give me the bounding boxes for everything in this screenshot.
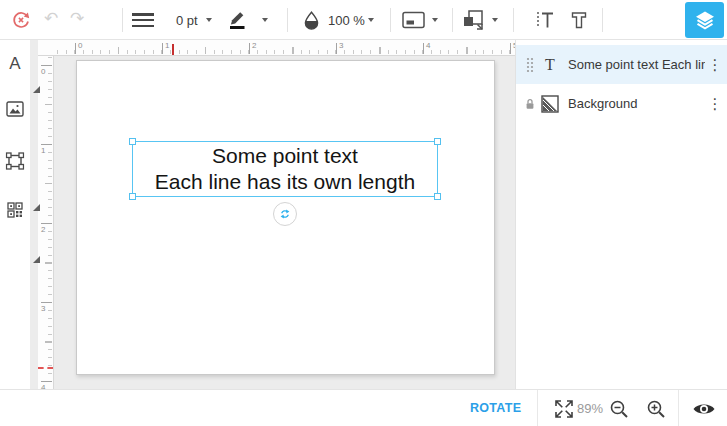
preview-button[interactable]	[691, 400, 716, 417]
layer-label[interactable]: Background	[568, 96, 705, 111]
undo-icon[interactable]: ↶	[44, 9, 58, 29]
ruler-label: 3	[339, 41, 343, 50]
scale-transform-icon	[460, 8, 486, 32]
text-selection-box[interactable]: Some point text Each line has its own le…	[132, 141, 438, 197]
toolbar-separator	[513, 8, 514, 32]
card-icon	[401, 11, 426, 29]
drag-handle-icon[interactable]	[523, 57, 537, 73]
stroke-width-dropdown-caret[interactable]	[206, 18, 212, 22]
image-icon	[6, 101, 24, 117]
opacity-droplet-icon	[302, 10, 321, 31]
transform-tool-button[interactable]	[6, 152, 25, 170]
ruler-label: 2	[252, 41, 256, 50]
card-settings-button[interactable]	[401, 11, 426, 29]
zoom-in-icon	[646, 399, 666, 419]
opacity-dropdown-caret[interactable]	[368, 18, 374, 22]
text-height-icon	[533, 9, 555, 31]
text-tool-button[interactable]: A	[9, 54, 20, 74]
lock-icon[interactable]	[523, 98, 537, 110]
flyout-triangle-icon[interactable]	[33, 204, 40, 211]
layers-panel: T Some point text Each lin... ⋮ Backgrou…	[515, 40, 727, 389]
stroke-color-dropdown-caret[interactable]	[262, 18, 268, 22]
toolbar-separator	[602, 8, 603, 32]
ruler-label: 1	[41, 146, 45, 155]
background-layer-icon	[541, 95, 559, 113]
flyout-triangle-icon[interactable]	[33, 86, 40, 93]
transform-frame-icon	[6, 152, 25, 170]
top-toolbar: ↶ ↷ 0 pt 100 %	[0, 0, 727, 40]
selection-handle-top-left[interactable]	[129, 138, 136, 145]
artboard-text-line2: Each line has its own length	[133, 169, 437, 195]
ruler-ticks	[75, 43, 515, 54]
fullscreen-icon	[553, 398, 575, 420]
layer-menu-icon[interactable]: ⋮	[705, 95, 725, 113]
rotate-arrows-icon	[277, 206, 293, 222]
artboard-text-line1: Some point text	[133, 143, 437, 169]
text-outline-icon	[568, 9, 590, 31]
toolbar-separator	[390, 8, 391, 32]
opacity-button[interactable]	[301, 9, 321, 31]
zoom-in-button[interactable]	[645, 398, 666, 419]
text-height-button[interactable]	[533, 9, 555, 31]
bottombar-separator	[537, 390, 538, 426]
layer-row-text[interactable]: T Some point text Each lin... ⋮	[516, 45, 727, 84]
rotate-button[interactable]: ROTATE	[470, 390, 521, 426]
canvas-area[interactable]: 0 1 2 3 4 5 0 1 2 3 4 Some point text	[30, 40, 515, 389]
reset-revert-icon	[11, 10, 31, 30]
ruler-cursor-marker	[38, 367, 53, 369]
layers-panel-toggle-button[interactable]	[685, 2, 724, 38]
ruler-label: 0	[41, 67, 45, 76]
toolbar-separator	[287, 8, 288, 32]
artboard-text[interactable]: Some point text Each line has its own le…	[133, 143, 437, 195]
selection-handle-bottom-left[interactable]	[129, 193, 136, 200]
stroke-width-icon[interactable]	[132, 13, 154, 27]
layers-icon	[693, 8, 717, 32]
text-tool-icon: A	[9, 54, 20, 74]
ruler-corner	[38, 40, 54, 56]
ruler-label: 0	[78, 41, 82, 50]
ruler-label: 3	[41, 304, 45, 313]
stroke-width-value[interactable]: 0 pt	[176, 13, 198, 28]
arrange-scale-button[interactable]	[459, 8, 486, 32]
text-layer-icon: T	[541, 56, 559, 74]
zoom-level-value[interactable]: 89%	[577, 390, 603, 426]
toolbar-separator	[122, 8, 123, 32]
horizontal-ruler: 0 1 2 3 4 5	[54, 40, 515, 56]
ruler-label: 1	[165, 41, 169, 50]
fit-to-screen-button[interactable]	[552, 397, 575, 420]
text-outline-button[interactable]	[568, 9, 590, 31]
artboard[interactable]: Some point text Each line has its own le…	[76, 60, 495, 375]
bottom-bar: ROTATE 89%	[0, 389, 727, 426]
ruler-label: 4	[426, 41, 430, 50]
eye-icon	[692, 401, 716, 417]
vertical-ruler: 0 1 2 3 4	[38, 56, 54, 389]
stroke-color-button[interactable]	[226, 9, 248, 31]
ruler-cursor-marker	[172, 44, 174, 55]
layer-label[interactable]: Some point text Each lin...	[568, 57, 705, 72]
qr-tool-button[interactable]	[7, 202, 23, 218]
arrange-dropdown-caret[interactable]	[492, 18, 498, 22]
image-tool-button[interactable]	[6, 101, 24, 117]
toolbar-separator	[452, 8, 453, 32]
ruler-label: 2	[41, 225, 45, 234]
selection-handle-top-right[interactable]	[434, 138, 441, 145]
layer-menu-icon[interactable]: ⋮	[705, 56, 725, 74]
opacity-value[interactable]: 100 %	[328, 13, 365, 28]
reset-button[interactable]	[10, 9, 32, 31]
layer-row-background[interactable]: Background ⋮	[516, 84, 727, 123]
redo-icon[interactable]: ↷	[70, 9, 84, 29]
selection-handle-bottom-right[interactable]	[434, 193, 441, 200]
bottombar-separator	[678, 390, 679, 426]
rotate-handle[interactable]	[273, 202, 297, 226]
pencil-icon	[226, 9, 248, 31]
zoom-out-icon	[609, 399, 629, 419]
qr-code-icon	[7, 202, 23, 218]
zoom-out-button[interactable]	[608, 398, 629, 419]
card-dropdown-caret[interactable]	[432, 18, 438, 22]
app-window: ↶ ↷ 0 pt 100 %	[0, 0, 727, 426]
left-toolbox: A	[0, 40, 30, 389]
